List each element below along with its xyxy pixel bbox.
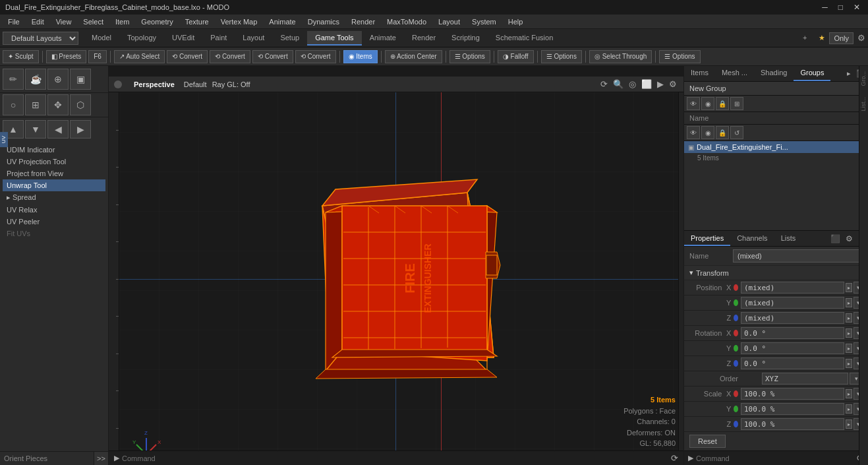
f6-btn[interactable]: F6 bbox=[88, 50, 107, 63]
menu-help[interactable]: Help bbox=[503, 16, 529, 27]
tool-btn-sphere[interactable]: ○ bbox=[3, 94, 24, 115]
menu-dynamics[interactable]: Dynamics bbox=[303, 16, 345, 27]
vp-zoom-icon[interactable]: 🔍 bbox=[612, 78, 625, 90]
tool-project-from-view[interactable]: Project from View bbox=[3, 168, 105, 179]
convert-btn-2[interactable]: ⟲ Convert bbox=[210, 50, 250, 63]
tab-topology[interactable]: Topology bbox=[119, 31, 164, 46]
viewport-scrollbar[interactable] bbox=[678, 82, 683, 465]
viewport[interactable]: Perspective Default Ray GL: Off ⟳ 🔍 ◎ ⬜ … bbox=[109, 66, 683, 465]
arrow-down-btn[interactable]: ▼ bbox=[25, 120, 46, 139]
items-tb-eye[interactable]: 👁 bbox=[687, 97, 700, 110]
tool-uv-peeler[interactable]: UV Peeler bbox=[3, 216, 105, 228]
new-group-bar[interactable]: New Group bbox=[684, 82, 868, 96]
items-tb-grid[interactable]: ⊞ bbox=[730, 97, 743, 110]
tab-layout[interactable]: Layout bbox=[235, 31, 272, 46]
props-name-input[interactable] bbox=[733, 249, 863, 263]
pos-y-btn[interactable]: ▸ bbox=[846, 298, 852, 307]
props-tab-properties[interactable]: Properties bbox=[684, 232, 730, 246]
rot-z-input[interactable] bbox=[741, 357, 844, 369]
settings-icon[interactable]: ⚙ bbox=[857, 33, 865, 43]
tool-uv-relax[interactable]: UV Relax bbox=[3, 204, 105, 216]
pos-x-input[interactable] bbox=[741, 282, 844, 294]
falloff-btn[interactable]: ◑ Falloff bbox=[498, 50, 534, 63]
menu-file[interactable]: File bbox=[3, 16, 25, 27]
close-btn[interactable]: ✕ bbox=[851, 3, 863, 12]
tool-btn-pencil[interactable]: ✏ bbox=[3, 69, 24, 90]
tab-setup[interactable]: Setup bbox=[272, 31, 307, 46]
order-select[interactable]: XYZ bbox=[762, 373, 848, 385]
vp-play-icon[interactable]: ▶ bbox=[656, 78, 665, 90]
tool-spread[interactable]: ▸ Spread bbox=[3, 191, 105, 204]
menu-edit[interactable]: Edit bbox=[26, 16, 49, 27]
convert-btn-4[interactable]: ⟲ Convert bbox=[295, 50, 336, 63]
maximize-btn[interactable]: □ bbox=[836, 3, 846, 12]
options-btn-3[interactable]: ☰ Options bbox=[659, 50, 700, 63]
vp-frame-icon[interactable]: ⬜ bbox=[640, 78, 653, 90]
tool-btn-axis[interactable]: ⊕ bbox=[47, 69, 69, 90]
tab-items[interactable]: Items bbox=[684, 66, 715, 81]
items-render2[interactable]: ◉ bbox=[701, 126, 714, 139]
rot-x-input[interactable] bbox=[741, 327, 844, 339]
scale-x-btn[interactable]: ▸ bbox=[846, 389, 852, 398]
vp-settings-icon[interactable]: ⚙ bbox=[668, 78, 678, 90]
arrow-left-btn[interactable]: ◀ bbox=[47, 120, 69, 139]
cmd-main-input[interactable] bbox=[122, 454, 668, 462]
items-ref2[interactable]: ↺ bbox=[730, 126, 743, 139]
menu-texture[interactable]: Texture bbox=[180, 16, 214, 27]
tool-btn-box[interactable]: ▣ bbox=[70, 69, 91, 90]
menu-item[interactable]: Item bbox=[110, 16, 134, 27]
tab-paint[interactable]: Paint bbox=[202, 31, 235, 46]
rot-y-btn[interactable]: ▸ bbox=[846, 344, 852, 353]
tool-fit-uvs[interactable]: Fit UVs bbox=[3, 228, 105, 239]
pos-x-btn[interactable]: ▸ bbox=[846, 283, 852, 292]
tab-expand-icon[interactable]: ▸ bbox=[844, 69, 854, 78]
tab-shading[interactable]: Shading bbox=[754, 66, 794, 81]
options-btn-1[interactable]: ☰ Options bbox=[449, 50, 490, 63]
tab-schematic-fusion[interactable]: Schematic Fusion bbox=[488, 31, 561, 46]
tool-udim-indicator[interactable]: UDIM Indicator bbox=[3, 144, 105, 156]
viewport-canvas[interactable]: FIRE EXTINGUISHER bbox=[119, 92, 683, 465]
menu-maxtomodo[interactable]: MaxToModo bbox=[382, 16, 432, 27]
rot-y-input[interactable] bbox=[741, 342, 844, 354]
expand-panel-btn[interactable]: >> bbox=[94, 452, 108, 465]
action-center-btn[interactable]: ⊕ Action Center bbox=[385, 50, 442, 63]
vp-center-icon[interactable]: ◎ bbox=[627, 78, 637, 90]
scale-y-btn[interactable]: ▸ bbox=[846, 404, 852, 414]
items-row-1[interactable]: ▣ Dual_Fire_Extinguisher_Fi... bbox=[684, 141, 868, 153]
items-btn[interactable]: ◉ Items bbox=[343, 50, 378, 63]
3d-object[interactable]: FIRE EXTINGUISHER bbox=[283, 153, 520, 405]
tool-unwrap[interactable]: Unwrap Tool bbox=[3, 179, 105, 191]
scale-x-input[interactable] bbox=[741, 388, 844, 400]
viewport-perspective-label[interactable]: Perspective bbox=[130, 79, 179, 90]
tab-mesh[interactable]: Mesh ... bbox=[715, 66, 754, 81]
tool-btn-wrap[interactable]: ⬡ bbox=[70, 94, 91, 115]
vp-rotate-icon[interactable]: ⟳ bbox=[599, 78, 609, 90]
items-tb-lock[interactable]: 🔒 bbox=[716, 97, 729, 110]
items-lock2[interactable]: 🔒 bbox=[716, 126, 729, 139]
props-settings-icon[interactable]: ⚙ bbox=[844, 234, 855, 243]
cmd-input[interactable] bbox=[696, 454, 854, 462]
tab-animate[interactable]: Animate bbox=[362, 31, 404, 46]
auto-select-btn[interactable]: ↗ Auto Select bbox=[114, 50, 165, 63]
scale-z-btn[interactable]: ▸ bbox=[846, 419, 852, 429]
tab-render[interactable]: Render bbox=[404, 31, 444, 46]
menu-animate[interactable]: Animate bbox=[264, 16, 301, 27]
layout-dropdown[interactable]: Default Layouts bbox=[3, 32, 78, 45]
menu-layout[interactable]: Layout bbox=[433, 16, 465, 27]
tab-scripting[interactable]: Scripting bbox=[444, 31, 488, 46]
tab-add[interactable]: + bbox=[795, 31, 815, 46]
pos-z-input[interactable] bbox=[741, 312, 844, 324]
arrow-right-btn[interactable]: ▶ bbox=[70, 120, 91, 139]
minimize-btn[interactable]: ─ bbox=[819, 3, 830, 12]
scale-z-input[interactable] bbox=[741, 418, 844, 430]
tool-uv-projection[interactable]: UV Projection Tool bbox=[3, 156, 105, 168]
rot-z-btn[interactable]: ▸ bbox=[846, 359, 852, 368]
menu-vertexmap[interactable]: Vertex Map bbox=[216, 16, 263, 27]
transform-header[interactable]: ▾ Transform bbox=[684, 266, 868, 280]
items-eye2[interactable]: 👁 bbox=[687, 126, 700, 139]
select-through-btn[interactable]: ◎ Select Through bbox=[589, 50, 652, 63]
tool-btn-move[interactable]: ✥ bbox=[47, 94, 69, 115]
convert-btn-1[interactable]: ⟲ Convert bbox=[167, 50, 208, 63]
tab-game-tools[interactable]: Game Tools bbox=[307, 31, 362, 46]
tab-uvedit[interactable]: UVEdit bbox=[164, 31, 202, 46]
